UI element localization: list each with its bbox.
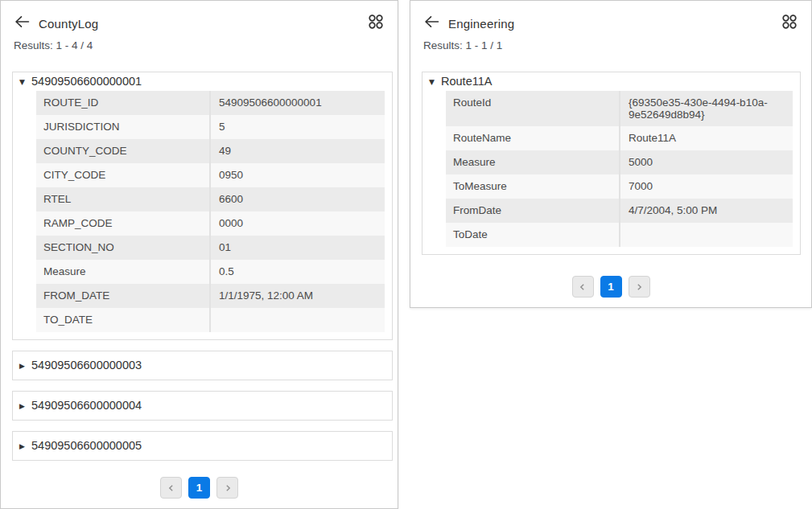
previous-page-button[interactable] (572, 276, 594, 298)
table-row: RouteId {69350e35-430e-4494-b10a-9e52649… (446, 91, 793, 126)
back-button[interactable] (423, 15, 439, 31)
feature-header-toggle[interactable]: ▶ 54909506600000004 (13, 392, 392, 420)
field-label: ROUTE_ID (36, 91, 209, 115)
table-row: SECTION_NO 01 (36, 236, 385, 260)
chevron-right-icon (635, 280, 643, 294)
panel-engineering-header: Engineering Results: 1 - 1 / 1 (410, 1, 811, 51)
field-label: Measure (36, 260, 209, 284)
table-row: FROM_DATE 1/1/1975, 12:00 AM (36, 284, 385, 308)
caret-right-icon: ▶ (19, 402, 31, 410)
field-value (209, 308, 385, 332)
field-value: 54909506600000001 (209, 91, 385, 115)
table-row: JURISDICTION 5 (36, 115, 385, 139)
feature-title: 54909506600000003 (31, 359, 142, 372)
next-page-button[interactable] (216, 477, 238, 499)
feature-info-screen: CountyLog Results: 1 - 4 / 4 ▼ (0, 0, 812, 509)
field-label: Measure (446, 150, 619, 174)
field-value (619, 223, 793, 247)
field-label: FromDate (446, 199, 619, 223)
field-value: 0000 (209, 211, 385, 236)
table-row: ToMeasure 7000 (446, 174, 793, 199)
pagination: 1 (1, 477, 398, 499)
panel-countylog: CountyLog Results: 1 - 4 / 4 ▼ (0, 0, 398, 509)
table-row: Measure 5000 (446, 150, 793, 174)
field-value: Route11A (619, 126, 793, 150)
chevron-left-icon (579, 280, 587, 294)
field-label: RTEL (36, 187, 209, 211)
field-value: 7000 (619, 174, 793, 199)
panel-title: CountyLog (39, 17, 98, 31)
field-label: CITY_CODE (36, 163, 209, 187)
field-value: 01 (209, 236, 385, 260)
previous-page-button[interactable] (160, 477, 182, 499)
table-row: RTEL 6600 (36, 187, 385, 211)
results-count: Results: 1 - 4 / 4 (14, 39, 385, 51)
feature-header-toggle[interactable]: ▶ 54909506600000003 (13, 351, 392, 380)
back-button[interactable] (14, 15, 30, 31)
caret-right-icon: ▶ (19, 442, 31, 450)
feature-header-toggle[interactable]: ▼ Route11A (422, 72, 800, 91)
table-row: RAMP_CODE 0000 (36, 211, 385, 236)
grid-icon (781, 14, 798, 33)
feature-header-toggle[interactable]: ▼ 54909506600000001 (13, 72, 392, 91)
feature-card: ▶ 54909506600000003 (12, 351, 393, 380)
table-row: COUNTY_CODE 49 (36, 139, 385, 163)
table-row: RouteName Route11A (446, 126, 793, 150)
grid-view-button[interactable] (781, 14, 798, 32)
feature-card: ▼ Route11A RouteId {69350e35-430e-4494-b… (422, 72, 801, 255)
back-arrow-icon (424, 15, 439, 31)
table-row: ROUTE_ID 54909506600000001 (36, 91, 385, 115)
field-label: RouteName (446, 126, 619, 150)
feature-title: 54909506600000004 (31, 399, 142, 413)
grid-icon (368, 14, 384, 33)
feature-card: ▼ 54909506600000001 ROUTE_ID 54909506600… (12, 72, 393, 340)
field-value: 6600 (209, 187, 385, 211)
table-row: Measure 0.5 (36, 260, 385, 284)
field-label: RAMP_CODE (36, 211, 209, 236)
field-label: TO_DATE (36, 308, 209, 332)
field-label: ToDate (446, 223, 619, 247)
field-value: 5000 (619, 150, 793, 174)
field-label: RouteId (446, 91, 619, 126)
field-value: 49 (209, 139, 385, 163)
feature-list: ▼ Route11A RouteId {69350e35-430e-4494-b… (410, 51, 811, 255)
feature-title: 54909506600000005 (31, 439, 142, 453)
field-value: 5 (209, 115, 385, 139)
chevron-right-icon (224, 481, 232, 495)
field-value: 0.5 (209, 260, 385, 284)
chevron-left-icon (167, 481, 175, 495)
feature-header-toggle[interactable]: ▶ 54909506600000005 (13, 432, 392, 460)
feature-list: ▼ 54909506600000001 ROUTE_ID 54909506600… (1, 51, 398, 461)
results-count: Results: 1 - 1 / 1 (423, 39, 798, 51)
feature-card: ▶ 54909506600000005 (12, 431, 393, 461)
pagination: 1 (410, 276, 811, 298)
field-value: 1/1/1975, 12:00 AM (209, 284, 385, 308)
caret-down-icon: ▼ (429, 78, 441, 86)
back-arrow-icon (14, 15, 30, 31)
field-label: ToMeasure (446, 174, 619, 199)
table-row: ToDate (446, 223, 793, 247)
field-label: FROM_DATE (36, 284, 209, 308)
panel-engineering: Engineering Results: 1 - 1 / 1 ▼ Ro (410, 0, 812, 308)
field-value: 0950 (209, 163, 385, 187)
table-row: TO_DATE (36, 308, 385, 332)
field-label: COUNTY_CODE (36, 139, 209, 163)
page-number-button[interactable]: 1 (188, 477, 210, 499)
caret-right-icon: ▶ (19, 362, 31, 370)
caret-down-icon: ▼ (19, 78, 31, 86)
feature-title: Route11A (441, 75, 492, 88)
table-row: FromDate 4/7/2004, 5:00 PM (446, 199, 793, 223)
field-label: JURISDICTION (36, 115, 209, 139)
field-value: 4/7/2004, 5:00 PM (619, 199, 793, 223)
attribute-table: ROUTE_ID 54909506600000001 JURISDICTION … (36, 91, 385, 332)
panel-title: Engineering (448, 17, 514, 31)
panel-countylog-header: CountyLog Results: 1 - 4 / 4 (1, 1, 398, 51)
field-value: {69350e35-430e-4494-b10a-9e52649d8b94} (619, 91, 793, 126)
feature-card: ▶ 54909506600000004 (12, 391, 393, 421)
attribute-table: RouteId {69350e35-430e-4494-b10a-9e52649… (446, 91, 793, 247)
table-row: CITY_CODE 0950 (36, 163, 385, 187)
page-number-button[interactable]: 1 (600, 276, 622, 298)
grid-view-button[interactable] (367, 14, 385, 32)
field-label: SECTION_NO (36, 236, 209, 260)
next-page-button[interactable] (629, 276, 650, 298)
